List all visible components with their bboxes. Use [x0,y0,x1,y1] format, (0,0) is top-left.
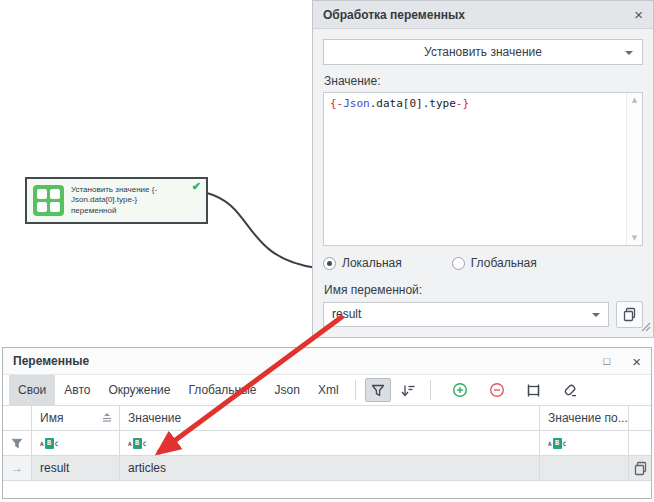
filter-funnel-icon [11,438,23,449]
scope-radio-row: Локальная Глобальная [323,256,643,270]
toolbar-separator [430,380,431,400]
variable-name-row: result [323,301,643,328]
variable-name-combobox[interactable]: result [323,302,609,327]
maximize-icon[interactable]: □ [604,355,611,367]
sort-button[interactable] [395,378,421,402]
remove-variable-button[interactable] [484,378,510,402]
abc-filter-icon: ABC [128,438,146,449]
variables-title: Переменные [13,354,89,368]
abc-filter-icon: ABC [40,438,58,449]
panel-titlebar: Обработка переменных × [313,1,653,29]
add-variable-button[interactable] [447,378,473,402]
flow-node-set-value[interactable]: Установить значение {- Json.data[0].type… [25,177,208,224]
variable-processing-panel: Обработка переменных × Установить значен… [312,0,654,338]
success-check-icon: ✔ [192,180,201,193]
row-indicator-icon: → [11,461,23,475]
cell-variable-value[interactable]: articles [119,456,539,480]
action-type-select[interactable]: Установить значение [323,39,643,65]
variable-name-value: result [332,307,361,321]
copy-icon [633,461,648,476]
radio-local-label: Локальная [342,256,402,270]
variable-name-label: Имя переменной: [324,283,643,297]
filter-indicator-cell [3,431,31,455]
filter-cell-value[interactable]: ABC [119,431,539,455]
panel-title: Обработка переменных [323,8,465,22]
tab-auto[interactable]: Авто [55,375,99,405]
column-header-default-value[interactable]: Значение по... [539,406,628,430]
sort-ascending-icon [101,411,113,425]
chevron-down-icon [625,51,633,55]
close-icon[interactable]: × [634,7,643,22]
radio-unselected-icon[interactable] [452,257,465,270]
close-icon[interactable]: × [632,354,641,369]
action-type-value: Установить значение [424,45,542,59]
value-textarea[interactable]: {-Json.data[0].type-} ▲ ▼ [323,92,643,246]
column-header-name[interactable]: Имя [31,406,119,430]
copy-value-button[interactable] [628,456,651,480]
tab-own[interactable]: Свои [9,375,55,405]
radio-selected-icon[interactable] [323,257,336,270]
tab-environment[interactable]: Окружение [99,375,179,405]
column-header-value[interactable]: Значение [119,406,539,430]
chevron-down-icon [592,313,600,317]
minus-circle-icon [489,382,505,398]
resize-grip[interactable] [640,318,651,336]
variables-panel: Переменные □ × Свои Авто Окружение Глоба… [2,347,652,499]
filter-funnel-icon [371,384,385,397]
window-controls: □ × [604,354,641,369]
table-header-row: Имя Значение Значение по... [3,406,651,431]
column-frame-icon [525,383,542,398]
column-chooser-button[interactable] [521,378,547,402]
panel-body: Установить значение Значение: {-Json.dat… [313,29,653,338]
copy-icon [622,307,637,322]
radio-local[interactable]: Локальная [323,256,402,270]
scrollbar[interactable]: ▲ ▼ [626,93,642,245]
code-expression: {-Json.data[0].type-} [330,97,469,110]
sort-descending-icon [400,384,416,397]
tab-global[interactable]: Глобальные [179,375,265,405]
filter-cell-default-value[interactable]: ABC [539,431,628,455]
eraser-icon [562,383,579,398]
abc-filter-icon: ABC [548,438,566,449]
header-indicator-cell [3,406,31,430]
value-label: Значение: [324,74,643,88]
tab-xml[interactable]: Xml [309,375,348,405]
grid-squares-icon [33,185,64,216]
flow-node-label: Установить значение {- Json.data[0].type… [71,185,157,216]
variables-table: Имя Значение Значение по... [3,406,651,481]
tab-json[interactable]: Json [266,375,309,405]
scroll-up-icon[interactable]: ▲ [632,96,637,104]
filter-row: ABC ABC ABC [3,431,651,456]
cell-variable-name[interactable]: result [31,456,119,480]
cell-default-value[interactable] [539,456,628,480]
filter-cell-name[interactable]: ABC [31,431,119,455]
filter-spacer-cell [628,431,651,455]
variables-tabbar: Свои Авто Окружение Глобальные Json Xml [3,375,651,406]
radio-global-label: Глобальная [471,256,537,270]
row-indicator-cell: → [3,456,31,480]
scroll-down-icon[interactable]: ▼ [632,234,637,242]
clear-button[interactable] [558,378,584,402]
toolbar-separator [355,380,356,400]
filter-toggle-button[interactable] [365,378,391,402]
variables-titlebar: Переменные □ × [3,348,651,375]
radio-global[interactable]: Глобальная [452,256,537,270]
copy-variable-button[interactable] [616,301,643,328]
header-spacer-cell [628,406,651,430]
plus-circle-icon [452,382,468,398]
table-row[interactable]: → result articles [3,456,651,481]
